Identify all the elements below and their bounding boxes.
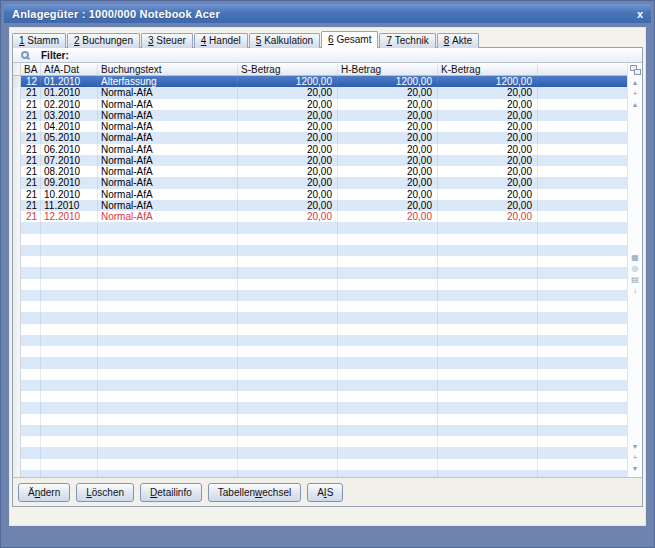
- tab-3-steuer[interactable]: 3 Steuer: [141, 33, 193, 48]
- scroll-up-icon[interactable]: ▴: [633, 100, 637, 111]
- cell-text: Normal-AfA: [98, 189, 238, 200]
- row-indicator: [13, 425, 21, 436]
- locate-record-icon[interactable]: +: [633, 453, 638, 464]
- close-icon[interactable]: x: [637, 8, 643, 20]
- table-row-empty[interactable]: [13, 447, 627, 458]
- cell-k: 20,00: [438, 211, 538, 222]
- table-row-empty[interactable]: [13, 425, 627, 436]
- table-row[interactable]: 2104.2010Normal-AfA20,0020,0020,00: [13, 121, 627, 132]
- cell-date: [41, 436, 98, 447]
- table-row-empty[interactable]: [13, 301, 627, 312]
- cell-k: [438, 391, 538, 402]
- table-row-empty[interactable]: [13, 470, 627, 477]
- table-row[interactable]: 2108.2010Normal-AfA20,0020,0020,00: [13, 166, 627, 177]
- table-row[interactable]: 2107.2010Normal-AfA20,0020,0020,00: [13, 155, 627, 166]
- calculator-icon[interactable]: ▦: [631, 253, 639, 264]
- cell-text: Normal-AfA: [98, 144, 238, 155]
- row-indicator-header: [13, 63, 21, 75]
- tab-1-stamm[interactable]: 1 Stamm: [12, 33, 66, 48]
- column-header-date[interactable]: AfA-Dat: [41, 63, 98, 75]
- cell-h: 20,00: [338, 132, 438, 143]
- filter-label: Filter:: [41, 50, 69, 61]
- table-row-empty[interactable]: [13, 335, 627, 346]
- table-row-empty[interactable]: [13, 256, 627, 267]
- cell-ba: [21, 414, 41, 425]
- table-row-empty[interactable]: [13, 234, 627, 245]
- cell-filler: [538, 245, 627, 256]
- table-row[interactable]: 2110.2010Normal-AfA20,0020,0020,00: [13, 189, 627, 200]
- tab-5-kalkulation[interactable]: 5 Kalkulation: [249, 33, 320, 48]
- cell-k: [438, 425, 538, 436]
- table-row-empty[interactable]: [13, 402, 627, 413]
- cell-ba: [21, 380, 41, 391]
- list-icon[interactable]: ▤: [631, 275, 639, 286]
- table-row-empty[interactable]: [13, 414, 627, 425]
- table-row-empty[interactable]: [13, 391, 627, 402]
- table-row-empty[interactable]: [13, 369, 627, 380]
- cell-text: [98, 312, 238, 323]
- column-chooser-icon[interactable]: [630, 65, 641, 75]
- table-row-empty[interactable]: [13, 324, 627, 335]
- cell-text: [98, 459, 238, 470]
- filter-search-icon[interactable]: [21, 51, 29, 59]
- ais-button[interactable]: AIS: [307, 483, 343, 502]
- cell-text: [98, 402, 238, 413]
- tab-6-gesamt[interactable]: 6 Gesamt: [321, 31, 378, 48]
- table-row[interactable]: 2101.2010Normal-AfA20,0020,0020,00: [13, 87, 627, 98]
- cell-s: [238, 290, 338, 301]
- tab-8-akte[interactable]: 8 Akte: [437, 33, 479, 48]
- scroll-to-bottom-icon[interactable]: ▾: [633, 464, 637, 475]
- table-row[interactable]: 2105.2010Normal-AfA20,0020,0020,00: [13, 132, 627, 143]
- table-row-empty[interactable]: [13, 436, 627, 447]
- aendern-button[interactable]: Ändern: [18, 483, 70, 502]
- cell-h: 20,00: [338, 144, 438, 155]
- scroll-down-icon[interactable]: ▾: [633, 442, 637, 453]
- cell-s: [238, 256, 338, 267]
- column-header-k[interactable]: K-Betrag: [438, 63, 538, 75]
- table-row-empty[interactable]: [13, 357, 627, 368]
- table-row[interactable]: 2102.2010Normal-AfA20,0020,0020,00: [13, 99, 627, 110]
- cell-ba: [21, 391, 41, 402]
- table-row-empty[interactable]: [13, 312, 627, 323]
- cell-ba: 21: [21, 121, 41, 132]
- table-row-empty[interactable]: [13, 459, 627, 470]
- table-row[interactable]: 2103.2010Normal-AfA20,0020,0020,00: [13, 110, 627, 121]
- table-row[interactable]: 2111.2010Normal-AfA20,0020,0020,00: [13, 200, 627, 211]
- table-row-empty[interactable]: [13, 267, 627, 278]
- cell-date: [41, 346, 98, 357]
- table-row-empty[interactable]: [13, 346, 627, 357]
- cell-date: [41, 267, 98, 278]
- table-row-empty[interactable]: [13, 380, 627, 391]
- table-row-empty[interactable]: [13, 290, 627, 301]
- tabellenwechsel-button[interactable]: Tabellenwechsel: [208, 483, 301, 502]
- scroll-down-icon[interactable]: ↓: [633, 286, 637, 297]
- cell-h: 20,00: [338, 166, 438, 177]
- tab-4-handel[interactable]: 4 Handel: [194, 33, 248, 48]
- table-row[interactable]: 2109.2010Normal-AfA20,0020,0020,00: [13, 177, 627, 188]
- scroll-to-top-icon[interactable]: ▴: [633, 78, 637, 89]
- column-header-ba[interactable]: BA: [21, 63, 41, 75]
- cell-ba: [21, 346, 41, 357]
- table-row[interactable]: 1201.2010Alterfassung1200,001200,001200,…: [13, 76, 627, 87]
- table-row[interactable]: 2106.2010Normal-AfA20,0020,0020,00: [13, 144, 627, 155]
- tab-7-technik[interactable]: 7 Technik: [379, 33, 435, 48]
- column-header-text[interactable]: Buchungstext: [98, 63, 238, 75]
- column-header-h[interactable]: H-Betrag: [338, 63, 438, 75]
- loeschen-button[interactable]: Löschen: [76, 483, 134, 502]
- row-indicator: [13, 87, 21, 98]
- title-bar[interactable]: Anlagegüter : 1000/000 Notebook Acer x: [4, 4, 651, 23]
- table-row-empty[interactable]: [13, 245, 627, 256]
- cell-date: [41, 324, 98, 335]
- detailinfo-button[interactable]: Detailinfo: [140, 483, 202, 502]
- cell-s: 20,00: [238, 132, 338, 143]
- search-icon[interactable]: ◎: [632, 264, 639, 275]
- column-header-s[interactable]: S-Betrag: [238, 63, 338, 75]
- locate-record-icon[interactable]: +: [633, 89, 638, 100]
- cell-ba: [21, 312, 41, 323]
- cell-s: 20,00: [238, 87, 338, 98]
- cell-h: [338, 324, 438, 335]
- table-row-empty[interactable]: [13, 222, 627, 233]
- table-row[interactable]: 2112.2010Normal-AfA20,0020,0020,00: [13, 211, 627, 222]
- tab-2-buchungen[interactable]: 2 Buchungen: [67, 33, 140, 48]
- table-row-empty[interactable]: [13, 279, 627, 290]
